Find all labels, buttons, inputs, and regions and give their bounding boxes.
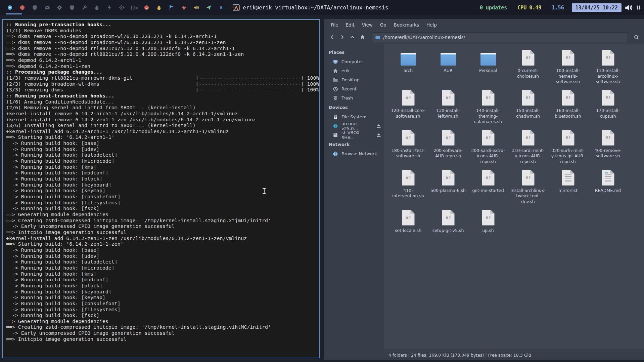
file-item-320-surfn-mint-y-icons-git-aur-repo-sh[interactable]: #!320-surfn-mint-y-icons-git-AUR-repo.sh [548,129,588,165]
file-item-110-install-arcolinux-software-sh[interactable]: #!110-install-arcolinux-software.sh [588,49,628,85]
drop-icon[interactable] [94,5,100,11]
file-label: 170-install-cups.sh [590,108,626,119]
sidebar-item-sf-vbox-sha-[interactable]: sf_VBOX-SHA... [324,130,384,139]
folder-icon [480,53,496,66]
search-button[interactable] [632,33,641,42]
sidebar-item-browse-network[interactable]: Browse Network [324,149,384,158]
gear-icon[interactable] [56,5,62,11]
statusbar-text: 4 folders | 24 files: 169.0 KiB (173,049… [388,353,531,358]
file-item-100-install-nemesis-software-sh[interactable]: #!100-install-nemesis-software.sh [548,49,588,85]
back-button[interactable] [328,33,337,42]
shell-script-icon: #! [562,50,574,66]
brackets-icon[interactable]: []= [131,5,137,11]
menu-help[interactable]: Help [423,21,440,29]
active-window-title-group[interactable]: erik@erik-virtualbox:~/DATA/arcolinux-ne… [233,4,388,11]
eject-icon[interactable] [376,123,381,129]
network-traffic-icon[interactable] [636,5,641,10]
file-grid[interactable]: archAURPersonal#!0-current-choices.sh#!1… [384,44,644,350]
folder-item-personal[interactable]: Personal [468,49,508,85]
eject-icon[interactable] [376,132,381,138]
file-item-180-install-test-software-sh[interactable]: #!180-install-test-software.sh [388,129,428,165]
file-item-160-install-bluetooth-sh[interactable]: #!160-install-bluetooth.sh [548,89,588,125]
bolt-icon[interactable] [106,5,112,11]
up-button[interactable] [348,33,357,42]
shell-script-icon: #! [402,210,415,226]
file-item-170-install-cups-sh[interactable]: #!170-install-cups.sh [588,89,628,125]
clock[interactable]: 13/04/25 10:22 [572,3,622,12]
gold-drop-icon[interactable] [156,5,162,11]
terminal-window[interactable]: :: Running pre-transaction hooks...(1/1)… [2,19,320,358]
menu-view[interactable]: View [359,21,376,29]
terminal-line: -> Running build hook: [keyboard] [6,289,319,295]
file-item-install-archlinux-tweak-tool-dev-sh[interactable]: #!install-archlinux-tweak-tool-dev.sh [508,169,548,205]
mail-icon[interactable] [44,5,50,11]
target-icon[interactable] [119,5,125,11]
terminal-line: -> Running build hook: [base] [6,140,319,147]
file-label: get-me-started [472,188,504,194]
shield-check-icon[interactable] [69,5,75,11]
folder-icon [401,53,416,66]
file-item-setup-git-v5-sh[interactable]: #!setup-git-v5.sh [428,209,468,234]
flag-icon[interactable] [168,5,174,11]
forward-button[interactable] [338,33,347,42]
sidebar-item-desktop[interactable]: Desktop [324,75,384,84]
paw-icon[interactable] [181,5,187,11]
updates-indicator[interactable]: 0 updates [477,5,507,11]
volume-app-icon[interactable] [193,5,199,11]
terminal-line: -> Running build hook: [microcode] [6,265,319,271]
file-item-mirrorlist[interactable]: mirrorlist [548,169,588,205]
cpu-indicator[interactable]: CPU 0.49 [515,5,541,11]
alacritty-icon [233,4,240,11]
browser-icon[interactable] [7,5,13,11]
file-item-150-install-chadwm-sh[interactable]: #!150-install-chadwm.sh [508,89,548,125]
terminal-line: -> Running build hook: [keyboard] [6,182,319,188]
sidebar-item-arconet-v25-0-[interactable]: arconet-v25.0... [324,121,384,130]
file-item-400-remove-software-sh[interactable]: #!400-remove-software.sh [588,129,628,165]
folder-item-aur[interactable]: AUR [428,49,468,85]
terminal-output[interactable]: :: Running pre-transaction hooks...(1/1)… [6,22,319,342]
face-icon[interactable] [143,5,149,11]
sidebar-item-trash[interactable]: Trash [324,93,384,103]
sidebar-item-label: erik [341,68,350,73]
file-item-310-sardi-mint-y-icons-aur-repo-sh[interactable]: #!310-sardi-mint-y-icons-AUR-repo.sh [508,129,548,165]
path-field[interactable]: /home/erik/DATA/arcolinux-nemesis/ [372,32,628,42]
memory-indicator[interactable]: 1.5G [549,5,564,11]
sidebar-item-computer[interactable]: Computer [324,57,384,66]
file-item-500-plasma-6-sh[interactable]: #!500-plasma-6.sh [428,169,468,205]
send-icon[interactable] [205,5,212,11]
file-item-200-software-aur-repo-sh[interactable]: #!200-software-AUR-repo.sh [428,129,468,165]
folder-item-arch[interactable]: arch [388,49,428,85]
disc-icon [333,123,338,129]
file-item-get-me-started[interactable]: #!get-me-started [468,169,508,205]
file-label: set-locale.sh [395,228,421,234]
file-item-set-locale-sh[interactable]: #!set-locale.sh [388,209,428,234]
file-item-410-intervention-sh[interactable]: #!410-intervention.sh [388,169,428,205]
menu-bookmarks[interactable]: Bookmarks [390,21,422,29]
sidebar-section-network: Network [324,139,384,149]
menu-file[interactable]: File [327,21,342,29]
menu-go[interactable]: Go [377,21,390,29]
wrench-icon[interactable] [81,5,87,11]
file-item-140-install-theming-calamares-sh[interactable]: #!140-install-theming-calamares.sh [468,89,508,125]
sidebar-item-file-system[interactable]: File System [324,112,384,121]
statusbar: 4 folders | 24 files: 169.0 KiB (173,049… [384,350,644,360]
file-item-130-install-leftwm-sh[interactable]: #!130-install-leftwm.sh [428,89,468,125]
sidebar-item-recent[interactable]: Recent [324,84,384,93]
volume-icon[interactable] [625,4,633,12]
markdown-file-icon [602,170,614,186]
home-button[interactable] [358,33,367,42]
file-item-readme-md[interactable]: README.md [588,169,628,205]
terminal-line: -> Running build hook: [consolefont] [6,194,319,200]
sidebar-item-erik[interactable]: erik [324,66,384,75]
firefox-icon[interactable] [19,5,25,11]
vivaldi-icon[interactable]: V [218,5,224,11]
file-item-300-sardi-extra-icons-aur-repo-sh[interactable]: #!300-sardi-extra-icons-AUR-repo.sh [468,129,508,165]
terminal-line: ==> Generating module dependencies [6,212,319,218]
file-label: 110-install-arcolinux-software.sh [590,68,626,85]
sidebar-item-label: arconet-v25.0... [341,121,373,131]
shield-icon[interactable] [32,5,38,11]
menu-edit[interactable]: Edit [342,21,358,29]
file-item-0-current-choices-sh[interactable]: #!0-current-choices.sh [508,49,548,85]
file-item-120-install-core-software-sh[interactable]: #!120-install-core-software.sh [388,89,428,125]
file-item-up-sh[interactable]: #!up.sh [468,209,508,234]
